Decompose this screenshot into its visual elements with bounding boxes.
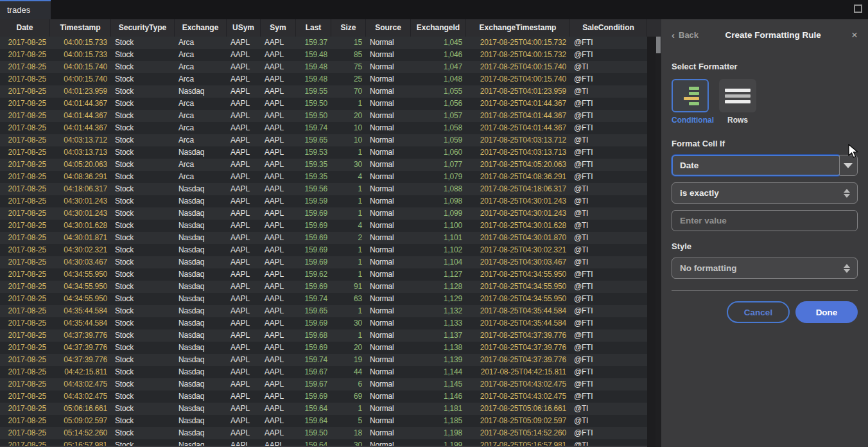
table-cell: AAPL — [261, 134, 296, 146]
column-header-sym[interactable]: Sym — [261, 19, 296, 37]
table-row[interactable]: 2017-08-2504:00:15.740StockArcaAAPLAAPL1… — [0, 61, 647, 73]
condition-select[interactable]: is exactly — [672, 182, 858, 204]
formatter-option-conditional[interactable]: Conditional — [672, 79, 709, 125]
table-row[interactable]: 2017-08-2504:03:13.712StockArcaAAPLAAPL1… — [0, 134, 647, 146]
table-cell: 159.55 — [296, 85, 331, 98]
column-header-usym[interactable]: USym — [227, 19, 261, 37]
table-cell: 159.50 — [296, 98, 331, 110]
table-cell: @TI — [570, 415, 647, 427]
table-cell: Stock — [111, 281, 175, 293]
column-header-exchangeid[interactable]: ExchangeId — [411, 19, 466, 37]
table-row[interactable]: 2017-08-2504:34:55.950StockNasdaqAAPLAAP… — [0, 281, 647, 293]
column-header-size[interactable]: Size — [331, 19, 366, 37]
column-select[interactable]: Date — [672, 155, 858, 176]
table-row[interactable]: 2017-08-2504:30:02.321StockNasdaqAAPLAAP… — [0, 244, 647, 256]
column-header-exchangetimestamp[interactable]: ExchangeTimestamp — [466, 19, 570, 37]
table-cell: 2017-08-25T04:03:13.712 — [466, 134, 570, 146]
table-cell: Stock — [111, 85, 175, 98]
style-select[interactable]: No formatting — [672, 258, 858, 279]
table-cell: Stock — [111, 146, 175, 159]
table-row[interactable]: 2017-08-2504:35:44.584StockNasdaqAAPLAAP… — [0, 317, 647, 329]
back-button[interactable]: ‹ Back — [672, 30, 699, 40]
done-button[interactable]: Done — [795, 301, 858, 323]
table-row[interactable]: 2017-08-2505:14:52.260StockNasdaqAAPLAAP… — [0, 427, 647, 439]
column-header-source[interactable]: Source — [366, 19, 411, 37]
table-cell: 2017-08-25T04:01:44.367 — [466, 98, 570, 110]
column-header-exchange[interactable]: Exchange — [175, 19, 227, 37]
table-cell: 1,129 — [411, 293, 466, 305]
maximize-icon[interactable] — [854, 4, 862, 13]
table-row[interactable]: 2017-08-2504:01:23.959StockNasdaqAAPLAAP… — [0, 85, 647, 98]
table-cell: 70 — [331, 85, 366, 98]
table-row[interactable]: 2017-08-2504:30:03.467StockNasdaqAAPLAAP… — [0, 256, 647, 268]
column-header-date[interactable]: Date — [0, 19, 50, 37]
column-header-salecondition[interactable]: SaleCondition — [570, 19, 647, 37]
table-row[interactable]: 2017-08-2504:43:02.475StockNasdaqAAPLAAP… — [0, 378, 647, 390]
table-cell: @TI — [570, 256, 647, 268]
table-cell: 2017-08-25T04:34:55.950 — [466, 268, 570, 281]
table-row[interactable]: 2017-08-2504:30:01.628StockNasdaqAAPLAAP… — [0, 220, 647, 232]
tab-bar: trades — [0, 0, 868, 19]
table-cell: Stock — [111, 244, 175, 256]
table-cell: 04:34:55.950 — [50, 281, 111, 293]
table-row[interactable]: 2017-08-2504:18:06.317StockNasdaqAAPLAAP… — [0, 183, 647, 195]
table-row[interactable]: 2017-08-2504:30:01.243StockNasdaqAAPLAAP… — [0, 195, 647, 207]
table-row[interactable]: 2017-08-2504:37:39.776StockNasdaqAAPLAAP… — [0, 354, 647, 366]
table-row[interactable]: 2017-08-2504:00:15.733StockArcaAAPLAAPL1… — [0, 37, 647, 49]
table-row[interactable]: 2017-08-2504:01:44.367StockArcaAAPLAAPL1… — [0, 110, 647, 122]
table-row[interactable]: 2017-08-2504:00:15.733StockArcaAAPLAAPL1… — [0, 49, 647, 61]
table-cell: 04:37:39.776 — [50, 329, 111, 342]
table-cell: Nasdaq — [175, 415, 227, 427]
table-cell: @TI — [570, 232, 647, 244]
value-input[interactable]: Enter value — [672, 210, 858, 231]
table-row[interactable]: 2017-08-2504:08:36.291StockArcaAAPLAAPL1… — [0, 171, 647, 183]
table-cell: AAPL — [227, 220, 261, 232]
table-row[interactable]: 2017-08-2504:43:02.475StockNasdaqAAPLAAP… — [0, 390, 647, 403]
table-cell: AAPL — [261, 268, 296, 281]
table-row[interactable]: 2017-08-2504:01:44.367StockArcaAAPLAAPL1… — [0, 98, 647, 110]
table-cell: @FTI — [570, 317, 647, 329]
table-cell: Stock — [111, 49, 175, 61]
table-row[interactable]: 2017-08-2504:34:55.950StockNasdaqAAPLAAP… — [0, 268, 647, 281]
table-cell: Normal — [366, 366, 411, 378]
table-cell: Arca — [175, 171, 227, 183]
table-row[interactable]: 2017-08-2504:03:13.713StockNasdaqAAPLAAP… — [0, 146, 647, 159]
column-header-last[interactable]: Last — [296, 19, 331, 37]
table-row[interactable]: 2017-08-2504:42:15.811StockNasdaqAAPLAAP… — [0, 366, 647, 378]
style-label: Style — [672, 241, 858, 251]
table-cell: AAPL — [261, 366, 296, 378]
table-row[interactable]: 2017-08-2504:34:55.950StockNasdaqAAPLAAP… — [0, 293, 647, 305]
table-row[interactable]: 2017-08-2504:37:39.776StockNasdaqAAPLAAP… — [0, 329, 647, 342]
table-row[interactable]: 2017-08-2504:00:15.740StockArcaAAPLAAPL1… — [0, 73, 647, 85]
table-cell: 2017-08-25T04:37:39.776 — [466, 342, 570, 354]
table-cell: Normal — [366, 305, 411, 317]
table-cell: @FTI — [570, 354, 647, 366]
table-row[interactable]: 2017-08-2504:01:44.367StockArcaAAPLAAPL1… — [0, 122, 647, 134]
table-cell: Nasdaq — [175, 293, 227, 305]
table-row[interactable]: 2017-08-2505:09:02.597StockNasdaqAAPLAAP… — [0, 415, 647, 427]
scrollbar-thumb[interactable] — [656, 37, 661, 53]
formatter-option-rows[interactable]: Rows — [719, 79, 756, 125]
column-header-timestamp[interactable]: Timestamp — [50, 19, 111, 37]
table-row[interactable]: 2017-08-2505:06:16.661StockNasdaqAAPLAAP… — [0, 403, 647, 415]
table-row[interactable]: 2017-08-2504:35:44.584StockNasdaqAAPLAAP… — [0, 305, 647, 317]
table-row[interactable]: 2017-08-2504:05:20.063StockArcaAAPLAAPL1… — [0, 159, 647, 171]
column-header-securitytype[interactable]: SecurityType — [111, 19, 175, 37]
table-cell: 1,048 — [411, 73, 466, 85]
vertical-scrollbar[interactable] — [655, 37, 661, 447]
cancel-button[interactable]: Cancel — [727, 301, 790, 323]
table-cell: Arca — [175, 110, 227, 122]
table-cell: AAPL — [261, 37, 296, 49]
table-cell: 4 — [331, 171, 366, 183]
table-cell: AAPL — [227, 134, 261, 146]
table-cell: Nasdaq — [175, 366, 227, 378]
table-cell: AAPL — [261, 110, 296, 122]
table-row[interactable]: 2017-08-2504:30:01.871StockNasdaqAAPLAAP… — [0, 232, 647, 244]
table-row[interactable]: 2017-08-2504:37:39.776StockNasdaqAAPLAAP… — [0, 342, 647, 354]
close-icon[interactable]: × — [847, 30, 858, 40]
table-row[interactable]: 2017-08-2504:30:01.243StockNasdaqAAPLAAP… — [0, 207, 647, 220]
table-cell: AAPL — [227, 207, 261, 220]
table-cell: 159.69 — [296, 220, 331, 232]
table-cell: 1,144 — [411, 366, 466, 378]
tab-trades[interactable]: trades — [0, 0, 51, 19]
